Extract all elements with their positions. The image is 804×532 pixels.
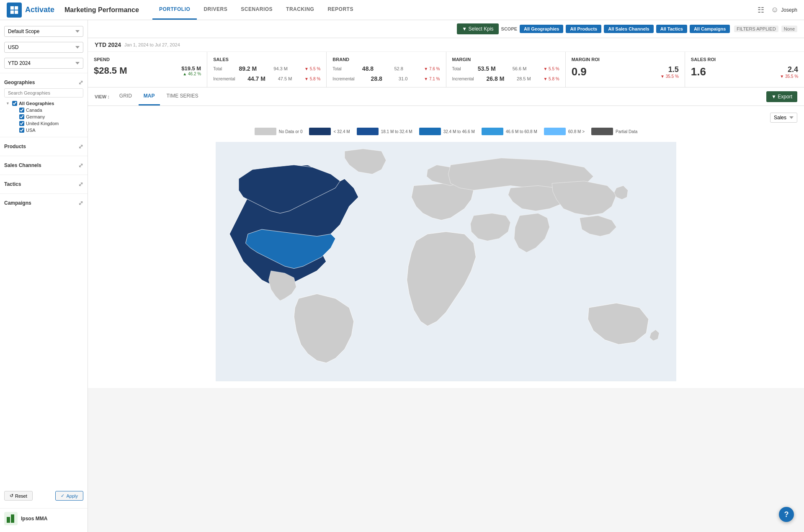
geographies-header[interactable]: Geographies ⤢ bbox=[4, 77, 83, 88]
ytd-bar: YTD 2024 Jan 1, 2024 to Jul 27, 2024 bbox=[88, 38, 804, 52]
kpi-sales-total-label: Total bbox=[213, 67, 222, 71]
legend-swatch-gt-60 bbox=[544, 128, 566, 135]
map-controls: Sales bbox=[95, 113, 797, 123]
kpi-spend-value: $28.5 M bbox=[94, 65, 127, 76]
sales-channels-resize-icon[interactable]: ⤢ bbox=[78, 162, 83, 169]
top-nav: Activate Marketing Performance PORTFOLIO… bbox=[0, 0, 804, 20]
geo-uk[interactable]: United Kingdom bbox=[13, 120, 83, 127]
tab-time-series[interactable]: TIME SERIES bbox=[162, 87, 204, 105]
kpi-brand-incr-label: Incremental bbox=[332, 77, 354, 81]
geo-search-input[interactable] bbox=[4, 88, 83, 98]
kpi-sales-incr-pct: ▼ 5.8 % bbox=[304, 77, 320, 81]
nav-tab-drivers[interactable]: DRIVERS bbox=[197, 0, 234, 20]
map-section: Sales No Data or 0 < 32.4 M 18.1 M to 32… bbox=[88, 106, 804, 388]
reset-icon: ↺ bbox=[10, 493, 13, 499]
scope-all-geo-btn[interactable]: All Geographies bbox=[520, 25, 563, 33]
kpi-margin-roi: Margin ROI 0.9 1.5 ▼ 35.5 % bbox=[566, 52, 685, 87]
export-button[interactable]: ▼ Export bbox=[766, 91, 797, 102]
scope-all-channels-btn[interactable]: All Sales Channels bbox=[604, 25, 653, 33]
geographies-resize-icon[interactable]: ⤢ bbox=[78, 79, 83, 86]
legend-swatch-32-46 bbox=[419, 128, 441, 135]
kpi-margin-incr-label: Incremental bbox=[452, 77, 474, 81]
tab-grid[interactable]: GRID bbox=[114, 87, 137, 105]
scope-select[interactable]: Default Scope bbox=[4, 26, 83, 37]
view-tabs: VIEW : GRID MAP TIME SERIES bbox=[95, 87, 204, 105]
help-button[interactable]: ? bbox=[779, 507, 794, 522]
brand-name: Ipsos MMA bbox=[21, 516, 47, 522]
kpi-spend: Spend $28.5 M $19.5 M ▲ 46.2 % bbox=[88, 52, 207, 87]
logo-icon bbox=[7, 3, 22, 18]
tactics-label: Tactics bbox=[4, 181, 21, 187]
sales-channels-header[interactable]: Sales Channels ⤢ bbox=[4, 159, 83, 171]
kpi-sales-incr-value: 44.7 M bbox=[247, 75, 265, 82]
main-layout: Default Scope USD YTD 2024 Geographies ⤢ bbox=[0, 20, 804, 532]
legend-swatch-46-60 bbox=[482, 128, 503, 135]
filters-value: None bbox=[781, 26, 797, 32]
kpi-spend-main: $28.5 M bbox=[94, 65, 127, 76]
geo-all-label: All Geographies bbox=[19, 101, 54, 106]
kpi-sales-incr-label: Incremental bbox=[213, 77, 235, 81]
scope-section: Default Scope bbox=[0, 23, 88, 39]
kpi-margin-roi-pct: ▼ 35.5 % bbox=[660, 74, 679, 79]
geo-usa-label: USA bbox=[26, 128, 36, 133]
user-area[interactable]: ☺ Joseph bbox=[771, 5, 797, 14]
legend-label-lt-32: < 32.4 M bbox=[333, 129, 350, 134]
kpi-margin-total-compare: 56.6 M bbox=[513, 66, 527, 71]
user-icon: ☺ bbox=[771, 5, 778, 14]
kpi-sales-total-compare: 94.3 M bbox=[273, 66, 288, 71]
nav-tab-scenarios[interactable]: SCENARIOS bbox=[234, 0, 279, 20]
geo-uk-checkbox[interactable] bbox=[19, 121, 24, 126]
geo-children: Canada Germany United Kingdom bbox=[6, 107, 83, 134]
svg-rect-3 bbox=[15, 10, 18, 13]
tactics-header[interactable]: Tactics ⤢ bbox=[4, 178, 83, 190]
nav-tab-tracking[interactable]: TRACKING bbox=[279, 0, 321, 20]
geo-germany-checkbox[interactable] bbox=[19, 114, 24, 119]
world-map-svg bbox=[216, 142, 676, 381]
geo-canada[interactable]: Canada bbox=[13, 107, 83, 113]
nav-tab-reports[interactable]: REPORTS bbox=[321, 0, 360, 20]
legend-label-32-46: 32.4 M to 46.6 M bbox=[443, 129, 475, 134]
legend-label-partial: Partial Data bbox=[616, 129, 637, 134]
geo-all-checkbox[interactable] bbox=[12, 101, 17, 106]
products-resize-icon[interactable]: ⤢ bbox=[78, 143, 83, 150]
date-select[interactable]: YTD 2024 bbox=[4, 58, 83, 69]
select-kpis-button[interactable]: ▼ Select Kpis bbox=[457, 23, 498, 34]
main-nav: PORTFOLIO DRIVERS SCENARIOS TRACKING REP… bbox=[152, 0, 360, 20]
tactics-resize-icon[interactable]: ⤢ bbox=[78, 181, 83, 188]
tab-map[interactable]: MAP bbox=[139, 87, 160, 105]
geo-usa-checkbox[interactable] bbox=[19, 128, 24, 133]
scope-all-campaigns-btn[interactable]: All Campaigns bbox=[690, 25, 730, 33]
document-icon[interactable]: ☷ bbox=[758, 5, 764, 15]
content-area: ▼ Select Kpis SCOPE All Geographies All … bbox=[88, 20, 804, 532]
kpi-spend-row: $28.5 M $19.5 M ▲ 46.2 % bbox=[94, 65, 201, 76]
map-metric-select[interactable]: Sales bbox=[770, 113, 797, 123]
kpi-sales-incr-compare: 47.5 M bbox=[278, 76, 292, 81]
kpi-margin-incr-pct: ▼ 5.8 % bbox=[543, 77, 559, 81]
page-title: Marketing Performance bbox=[64, 6, 139, 14]
brand-logo bbox=[4, 512, 18, 525]
kpi-sales-roi: Sales ROI 1.6 2.4 ▼ 35.5 % bbox=[685, 52, 804, 87]
nav-tab-portfolio[interactable]: PORTFOLIO bbox=[152, 0, 197, 20]
reset-button[interactable]: ↺ Reset bbox=[4, 491, 33, 501]
kpi-margin-roi-compare: 1.5 bbox=[660, 65, 679, 74]
geo-all[interactable]: ▼ All Geographies bbox=[6, 100, 83, 107]
kpi-sales-roi-value: 1.6 bbox=[691, 65, 706, 78]
scope-all-tactics-btn[interactable]: All Tactics bbox=[656, 25, 687, 33]
products-header[interactable]: Products ⤢ bbox=[4, 141, 83, 152]
kpi-margin-incr-value: 26.8 M bbox=[487, 75, 505, 82]
kpi-brand-total-value: 48.8 bbox=[362, 65, 374, 72]
geo-canada-checkbox[interactable] bbox=[19, 108, 24, 113]
legend-swatch-18-32 bbox=[357, 128, 379, 135]
geo-germany[interactable]: Germany bbox=[13, 113, 83, 120]
geo-usa[interactable]: USA bbox=[13, 127, 83, 134]
kpi-margin-title: Margin bbox=[452, 57, 559, 62]
apply-button[interactable]: ✓ Apply bbox=[55, 491, 83, 501]
kpi-spend-title: Spend bbox=[94, 57, 201, 62]
kpi-sales-roi-title: Sales ROI bbox=[691, 57, 798, 62]
campaigns-resize-icon[interactable]: ⤢ bbox=[78, 200, 83, 206]
export-label: ▼ Export bbox=[771, 94, 792, 100]
currency-select[interactable]: USD bbox=[4, 42, 83, 53]
campaigns-header[interactable]: Campaigns ⤢ bbox=[4, 197, 83, 209]
scope-all-products-btn[interactable]: All Products bbox=[566, 25, 601, 33]
world-map-container bbox=[95, 142, 797, 381]
